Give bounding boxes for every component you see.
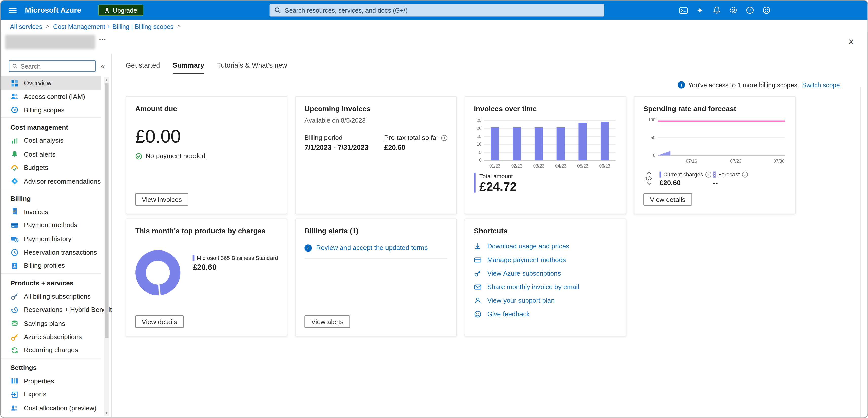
shortcut-view-support-plan[interactable]: View your support plan: [474, 297, 617, 304]
breadcrumb-separator: >: [178, 23, 181, 29]
shortcut-manage-payment-methods[interactable]: Manage payment methods: [474, 256, 617, 264]
payment-methods-icon: [11, 221, 19, 230]
help-icon: ?: [745, 6, 754, 15]
sidebar-item-all-billing-subscriptions[interactable]: All billing subscriptions: [1, 290, 101, 303]
info-icon: i: [678, 81, 685, 88]
chevron-down-icon[interactable]: [646, 182, 651, 185]
svg-text:15: 15: [477, 134, 482, 139]
feedback-button[interactable]: [758, 1, 775, 20]
svg-text:06/23: 06/23: [599, 164, 611, 169]
chevron-up-icon[interactable]: [646, 172, 651, 175]
view-alerts-button[interactable]: View alerts: [305, 315, 350, 328]
sidebar-item-recurring-charges[interactable]: Recurring charges: [1, 344, 101, 357]
shortcut-give-feedback[interactable]: Give feedback: [474, 310, 617, 318]
info-icon[interactable]: i: [742, 172, 748, 178]
scroll-up-arrow-icon[interactable]: ▲: [104, 77, 109, 83]
cloud-shell-icon: [679, 6, 688, 15]
available-on-text: Available on 8/5/2023: [305, 117, 447, 124]
shortcut-view-azure-subscriptions[interactable]: View Azure subscriptions: [474, 270, 617, 277]
notifications-button[interactable]: [708, 1, 725, 20]
tab-summary[interactable]: Summary: [173, 62, 205, 74]
product-legend-value: £20.60: [193, 263, 278, 272]
sidebar-search[interactable]: [9, 60, 96, 72]
upgrade-button[interactable]: Upgrade: [98, 4, 143, 16]
sidebar-item-billing-profiles[interactable]: Billing profiles: [1, 259, 101, 273]
total-amount-value: £24.72: [479, 180, 517, 194]
global-search[interactable]: [270, 4, 604, 16]
sidebar-item-cost-allocation[interactable]: Cost allocation (preview): [1, 401, 101, 415]
view-details-button[interactable]: View details: [643, 193, 692, 206]
svg-text:02/23: 02/23: [512, 164, 523, 169]
sidebar-item-cost-analysis[interactable]: Cost analysis: [1, 134, 101, 147]
help-button[interactable]: ?: [741, 1, 758, 20]
sidebar-item-savings-plans[interactable]: Savings plans: [1, 317, 101, 330]
sidebar-item-exports[interactable]: Exports: [1, 388, 101, 401]
alert-link[interactable]: Review and accept the updated terms: [316, 244, 428, 252]
sidebar-collapse-button[interactable]: «: [101, 62, 105, 70]
cloud-shell-button[interactable]: [675, 1, 692, 20]
breadcrumb-separator: >: [46, 23, 50, 29]
sidebar-item-properties[interactable]: Properties: [1, 374, 101, 388]
sidebar-item-overview[interactable]: Overview: [1, 76, 101, 90]
tab-get-started[interactable]: Get started: [126, 62, 160, 74]
donut-legend: Microsoft 365 Business Standard £20.60: [193, 255, 278, 305]
scroll-down-arrow-icon[interactable]: ▼: [104, 410, 109, 416]
card-top-products: This month's top products by charges Mic…: [126, 218, 287, 336]
svg-text:05/23: 05/23: [577, 164, 588, 169]
feedback-smiley-icon: [762, 6, 771, 15]
breadcrumb-cost-management-billing[interactable]: Cost Management + Billing | Billing scop…: [53, 23, 174, 30]
sidebar-item-access-control-iam[interactable]: Access control (IAM): [1, 90, 101, 103]
card-title: Spending rate and forecast: [643, 104, 786, 113]
sidebar-item-reservations-hybrid-benefit[interactable]: Reservations + Hybrid Benefit: [1, 303, 101, 317]
card-title: Upcoming invoices: [305, 104, 447, 113]
sidebar-item-billing-scopes[interactable]: Billing scopes: [1, 103, 101, 117]
breadcrumb-all-services[interactable]: All services: [10, 23, 42, 30]
envelope-icon: [474, 283, 482, 291]
top-bar: Microsoft Azure Upgrade: [1, 1, 867, 20]
card-shortcuts: Shortcuts Download usage and prices Mana…: [465, 218, 626, 336]
more-actions-button[interactable]: …: [98, 33, 107, 42]
info-icon[interactable]: i: [441, 135, 447, 141]
pretax-value: £20.60: [384, 144, 447, 151]
tab-bar: Get started Summary Tutorials & What's n…: [126, 62, 867, 74]
switch-scope-link[interactable]: Switch scope.: [802, 81, 842, 88]
sidebar-item-invoices[interactable]: Invoices: [1, 205, 101, 218]
info-icon[interactable]: i: [705, 172, 711, 178]
reservations-icon: [11, 306, 19, 314]
svg-text:?: ?: [748, 8, 751, 13]
recurring-charges-icon: [11, 346, 19, 354]
svg-text:50: 50: [651, 135, 656, 140]
view-invoices-button[interactable]: View invoices: [135, 193, 188, 206]
close-button[interactable]: ✕: [845, 36, 857, 47]
scrollbar-thumb[interactable]: [104, 83, 108, 338]
savings-plans-icon: [11, 319, 19, 328]
sidebar-item-payment-history[interactable]: Payment history: [1, 232, 101, 245]
settings-button[interactable]: [725, 1, 741, 20]
view-details-button[interactable]: View details: [135, 315, 184, 328]
global-search-input[interactable]: [285, 7, 600, 13]
sidebar-item-cost-alerts[interactable]: Cost alerts: [1, 147, 101, 161]
shortcut-download-usage[interactable]: Download usage and prices: [474, 242, 617, 250]
tab-tutorials[interactable]: Tutorials & What's new: [217, 62, 287, 74]
sidebar-item-budgets[interactable]: Budgets: [1, 161, 101, 174]
legend-current-charges: Current charges i £20.60: [659, 172, 708, 187]
sidebar-item-advisor-recommendations[interactable]: Advisor recommendations: [1, 174, 101, 188]
sidebar-item-reservation-transactions[interactable]: Reservation transactions: [1, 245, 101, 259]
svg-text:07/23: 07/23: [730, 159, 741, 164]
cost-allocation-icon: [11, 404, 19, 412]
payment-status-text: No payment needed: [146, 152, 206, 160]
sidebar-search-input[interactable]: [21, 63, 92, 69]
sidebar-item-azure-subscriptions[interactable]: Azure subscriptions: [1, 330, 101, 344]
shortcut-share-invoice-email[interactable]: Share monthly invoice by email: [474, 283, 617, 291]
copilot-button[interactable]: [691, 1, 708, 20]
download-icon: [474, 242, 482, 250]
invoices-icon: [11, 208, 19, 216]
billing-period-label: Billing period: [305, 134, 384, 142]
sidebar-scrollbar[interactable]: ▲ ▼: [104, 77, 109, 416]
svg-text:100: 100: [648, 117, 655, 123]
resource-menu-sidebar: « Overview Access control (IAM) Billing …: [1, 54, 112, 418]
sidebar-item-payment-methods[interactable]: Payment methods: [1, 219, 101, 232]
product-title[interactable]: Microsoft Azure: [25, 6, 81, 14]
key-icon: [474, 270, 482, 277]
hamburger-menu-button[interactable]: [1, 1, 25, 20]
